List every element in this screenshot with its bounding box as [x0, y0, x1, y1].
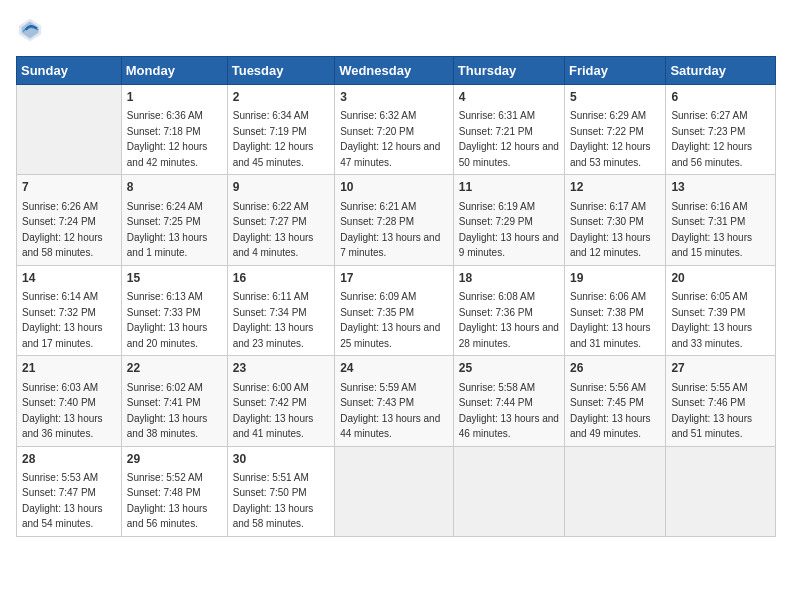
day-info: Sunrise: 6:08 AMSunset: 7:36 PMDaylight:… [459, 291, 559, 349]
day-number: 17 [340, 270, 448, 287]
day-info: Sunrise: 5:56 AMSunset: 7:45 PMDaylight:… [570, 382, 651, 440]
day-number: 19 [570, 270, 660, 287]
calendar-day-cell [335, 446, 454, 536]
calendar-day-cell: 28Sunrise: 5:53 AMSunset: 7:47 PMDayligh… [17, 446, 122, 536]
day-number: 7 [22, 179, 116, 196]
day-number: 18 [459, 270, 559, 287]
weekday-header-cell: Thursday [453, 57, 564, 85]
calendar-day-cell: 13Sunrise: 6:16 AMSunset: 7:31 PMDayligh… [666, 175, 776, 265]
calendar-day-cell [17, 85, 122, 175]
day-info: Sunrise: 6:24 AMSunset: 7:25 PMDaylight:… [127, 201, 208, 259]
calendar-week-row: 7Sunrise: 6:26 AMSunset: 7:24 PMDaylight… [17, 175, 776, 265]
weekday-header-row: SundayMondayTuesdayWednesdayThursdayFrid… [17, 57, 776, 85]
day-info: Sunrise: 6:11 AMSunset: 7:34 PMDaylight:… [233, 291, 314, 349]
day-number: 5 [570, 89, 660, 106]
day-number: 25 [459, 360, 559, 377]
calendar-day-cell: 3Sunrise: 6:32 AMSunset: 7:20 PMDaylight… [335, 85, 454, 175]
calendar-day-cell: 20Sunrise: 6:05 AMSunset: 7:39 PMDayligh… [666, 265, 776, 355]
calendar-day-cell: 14Sunrise: 6:14 AMSunset: 7:32 PMDayligh… [17, 265, 122, 355]
calendar-table: SundayMondayTuesdayWednesdayThursdayFrid… [16, 56, 776, 537]
weekday-header-cell: Wednesday [335, 57, 454, 85]
day-info: Sunrise: 6:17 AMSunset: 7:30 PMDaylight:… [570, 201, 651, 259]
calendar-day-cell: 16Sunrise: 6:11 AMSunset: 7:34 PMDayligh… [227, 265, 334, 355]
calendar-day-cell: 9Sunrise: 6:22 AMSunset: 7:27 PMDaylight… [227, 175, 334, 265]
day-number: 10 [340, 179, 448, 196]
day-number: 4 [459, 89, 559, 106]
calendar-day-cell: 5Sunrise: 6:29 AMSunset: 7:22 PMDaylight… [564, 85, 665, 175]
logo-icon [16, 16, 44, 44]
day-info: Sunrise: 6:05 AMSunset: 7:39 PMDaylight:… [671, 291, 752, 349]
calendar-day-cell: 8Sunrise: 6:24 AMSunset: 7:25 PMDaylight… [121, 175, 227, 265]
day-number: 2 [233, 89, 329, 106]
calendar-day-cell: 22Sunrise: 6:02 AMSunset: 7:41 PMDayligh… [121, 356, 227, 446]
day-number: 13 [671, 179, 770, 196]
calendar-day-cell: 23Sunrise: 6:00 AMSunset: 7:42 PMDayligh… [227, 356, 334, 446]
day-info: Sunrise: 5:53 AMSunset: 7:47 PMDaylight:… [22, 472, 103, 530]
weekday-header-cell: Sunday [17, 57, 122, 85]
day-number: 23 [233, 360, 329, 377]
calendar-day-cell: 26Sunrise: 5:56 AMSunset: 7:45 PMDayligh… [564, 356, 665, 446]
calendar-day-cell: 19Sunrise: 6:06 AMSunset: 7:38 PMDayligh… [564, 265, 665, 355]
day-number: 8 [127, 179, 222, 196]
day-info: Sunrise: 6:14 AMSunset: 7:32 PMDaylight:… [22, 291, 103, 349]
day-number: 29 [127, 451, 222, 468]
calendar-week-row: 21Sunrise: 6:03 AMSunset: 7:40 PMDayligh… [17, 356, 776, 446]
calendar-week-row: 28Sunrise: 5:53 AMSunset: 7:47 PMDayligh… [17, 446, 776, 536]
day-info: Sunrise: 6:06 AMSunset: 7:38 PMDaylight:… [570, 291, 651, 349]
calendar-day-cell: 4Sunrise: 6:31 AMSunset: 7:21 PMDaylight… [453, 85, 564, 175]
day-info: Sunrise: 6:19 AMSunset: 7:29 PMDaylight:… [459, 201, 559, 259]
calendar-day-cell: 18Sunrise: 6:08 AMSunset: 7:36 PMDayligh… [453, 265, 564, 355]
day-info: Sunrise: 5:51 AMSunset: 7:50 PMDaylight:… [233, 472, 314, 530]
calendar-body: 1Sunrise: 6:36 AMSunset: 7:18 PMDaylight… [17, 85, 776, 537]
day-info: Sunrise: 5:58 AMSunset: 7:44 PMDaylight:… [459, 382, 559, 440]
day-number: 27 [671, 360, 770, 377]
day-info: Sunrise: 6:21 AMSunset: 7:28 PMDaylight:… [340, 201, 440, 259]
day-number: 28 [22, 451, 116, 468]
calendar-day-cell: 21Sunrise: 6:03 AMSunset: 7:40 PMDayligh… [17, 356, 122, 446]
day-number: 15 [127, 270, 222, 287]
day-number: 22 [127, 360, 222, 377]
day-info: Sunrise: 6:09 AMSunset: 7:35 PMDaylight:… [340, 291, 440, 349]
calendar-day-cell [666, 446, 776, 536]
day-info: Sunrise: 6:00 AMSunset: 7:42 PMDaylight:… [233, 382, 314, 440]
day-info: Sunrise: 6:13 AMSunset: 7:33 PMDaylight:… [127, 291, 208, 349]
day-info: Sunrise: 5:59 AMSunset: 7:43 PMDaylight:… [340, 382, 440, 440]
day-info: Sunrise: 6:03 AMSunset: 7:40 PMDaylight:… [22, 382, 103, 440]
calendar-week-row: 14Sunrise: 6:14 AMSunset: 7:32 PMDayligh… [17, 265, 776, 355]
day-number: 12 [570, 179, 660, 196]
day-number: 6 [671, 89, 770, 106]
day-number: 11 [459, 179, 559, 196]
page-header [16, 16, 776, 44]
weekday-header-cell: Monday [121, 57, 227, 85]
calendar-day-cell: 27Sunrise: 5:55 AMSunset: 7:46 PMDayligh… [666, 356, 776, 446]
day-number: 24 [340, 360, 448, 377]
day-info: Sunrise: 6:27 AMSunset: 7:23 PMDaylight:… [671, 110, 752, 168]
day-number: 1 [127, 89, 222, 106]
calendar-week-row: 1Sunrise: 6:36 AMSunset: 7:18 PMDaylight… [17, 85, 776, 175]
day-number: 16 [233, 270, 329, 287]
weekday-header-cell: Tuesday [227, 57, 334, 85]
calendar-day-cell: 30Sunrise: 5:51 AMSunset: 7:50 PMDayligh… [227, 446, 334, 536]
day-info: Sunrise: 5:52 AMSunset: 7:48 PMDaylight:… [127, 472, 208, 530]
day-info: Sunrise: 6:16 AMSunset: 7:31 PMDaylight:… [671, 201, 752, 259]
weekday-header-cell: Friday [564, 57, 665, 85]
calendar-day-cell [453, 446, 564, 536]
day-number: 26 [570, 360, 660, 377]
weekday-header-cell: Saturday [666, 57, 776, 85]
logo [16, 16, 48, 44]
calendar-day-cell: 17Sunrise: 6:09 AMSunset: 7:35 PMDayligh… [335, 265, 454, 355]
calendar-day-cell: 7Sunrise: 6:26 AMSunset: 7:24 PMDaylight… [17, 175, 122, 265]
calendar-day-cell: 6Sunrise: 6:27 AMSunset: 7:23 PMDaylight… [666, 85, 776, 175]
day-info: Sunrise: 6:29 AMSunset: 7:22 PMDaylight:… [570, 110, 651, 168]
day-number: 3 [340, 89, 448, 106]
day-info: Sunrise: 6:36 AMSunset: 7:18 PMDaylight:… [127, 110, 208, 168]
day-number: 30 [233, 451, 329, 468]
calendar-day-cell: 2Sunrise: 6:34 AMSunset: 7:19 PMDaylight… [227, 85, 334, 175]
day-info: Sunrise: 6:32 AMSunset: 7:20 PMDaylight:… [340, 110, 440, 168]
calendar-day-cell [564, 446, 665, 536]
calendar-day-cell: 11Sunrise: 6:19 AMSunset: 7:29 PMDayligh… [453, 175, 564, 265]
day-info: Sunrise: 6:02 AMSunset: 7:41 PMDaylight:… [127, 382, 208, 440]
calendar-day-cell: 12Sunrise: 6:17 AMSunset: 7:30 PMDayligh… [564, 175, 665, 265]
day-number: 9 [233, 179, 329, 196]
calendar-day-cell: 25Sunrise: 5:58 AMSunset: 7:44 PMDayligh… [453, 356, 564, 446]
